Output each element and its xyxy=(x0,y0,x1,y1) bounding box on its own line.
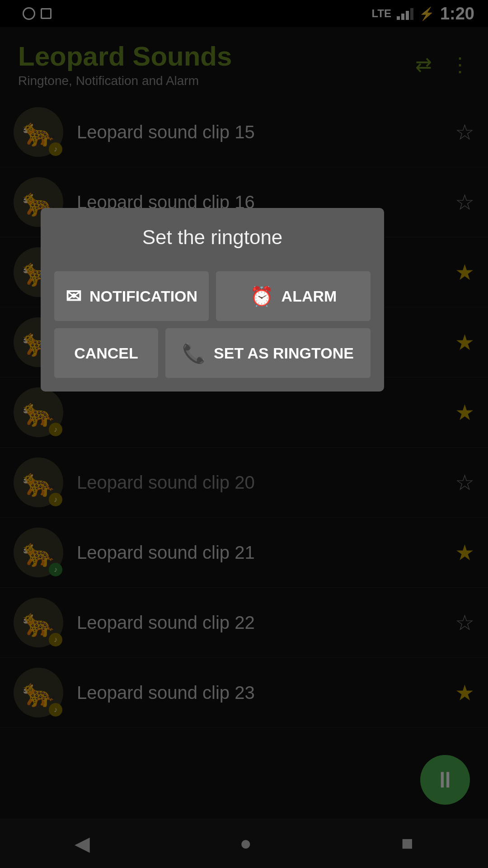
set-ringtone-label: SET AS RINGTONE xyxy=(214,344,354,362)
notification-icon: ✉ xyxy=(66,285,81,307)
phone-icon: 📞 xyxy=(182,342,206,364)
alarm-button[interactable]: ⏰ ALARM xyxy=(216,271,371,321)
dialog-title: Set the ringtone xyxy=(54,226,371,249)
cancel-button[interactable]: CANCEL xyxy=(54,328,158,378)
set-ringtone-dialog: Set the ringtone ✉ NOTIFICATION ⏰ ALARM … xyxy=(41,208,384,392)
dialog-overlay xyxy=(0,0,488,868)
set-ringtone-button[interactable]: 📞 SET AS RINGTONE xyxy=(165,328,371,378)
dialog-row-2: CANCEL 📞 SET AS RINGTONE xyxy=(54,328,371,378)
alarm-icon: ⏰ xyxy=(250,285,273,307)
dialog-row-1: ✉ NOTIFICATION ⏰ ALARM xyxy=(54,271,371,321)
alarm-label: ALARM xyxy=(282,288,337,305)
notification-label: NOTIFICATION xyxy=(89,288,197,305)
notification-button[interactable]: ✉ NOTIFICATION xyxy=(54,271,209,321)
